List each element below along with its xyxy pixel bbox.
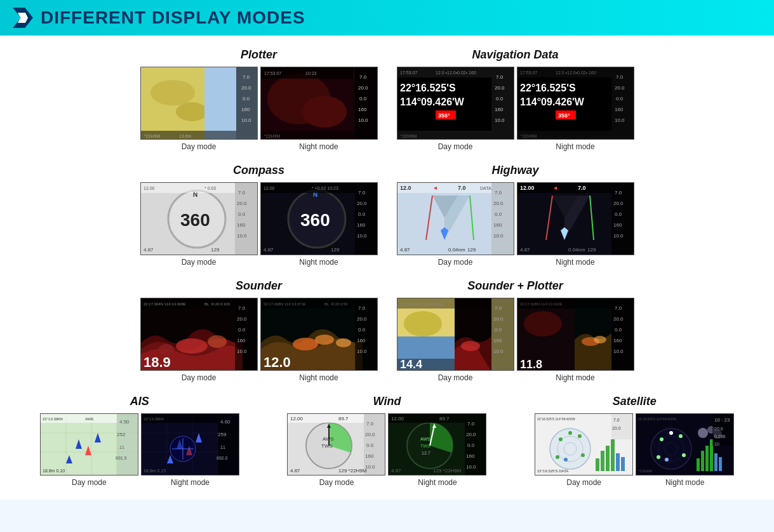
wind-night: 12.00 89.7 7.0 20.0 0.0 160 10.0 AWS TWS — [388, 413, 486, 487]
svg-text:20.0: 20.0 — [612, 426, 621, 430]
svg-point-293 — [682, 453, 686, 457]
svg-text:7.0: 7.0 — [496, 74, 504, 80]
ais-day-label: Day mode — [72, 478, 107, 487]
svg-text:7.0: 7.0 — [616, 74, 624, 80]
svg-text:129: 129 — [331, 247, 340, 253]
plotter-images: 7.0 20.0 0.0 160 10.0 *22H9M 13.6m Day m… — [140, 67, 378, 151]
svg-text:4.87: 4.87 — [400, 247, 410, 253]
row-sounder: Sounder — [19, 279, 755, 382]
svg-text:10 : 23: 10 : 23 — [714, 417, 730, 423]
wind-day-screen: AWS TWS 12.00 89.7 7.0 20.0 0.0 160 — [287, 413, 385, 475]
svg-point-161 — [404, 311, 442, 336]
svg-point-295 — [669, 431, 673, 435]
svg-text:*22H9M: *22H9M — [521, 134, 537, 138]
svg-text:10.0: 10.0 — [493, 349, 504, 354]
svg-text:10.0: 10.0 — [495, 117, 505, 123]
svg-text:BL: R:20  0:50: BL: R:20 0:50 — [324, 302, 348, 306]
svg-text:*22H9M: *22H9M — [401, 134, 417, 138]
svg-text:14.4: 14.4 — [400, 358, 422, 371]
ais-title: AIS — [130, 395, 149, 408]
navdata-day-label: Day mode — [438, 142, 473, 151]
svg-text:129: 129 — [467, 247, 476, 253]
plotter-night-screen: 17:53:07 10:23 7.0 20.0 0.0 160 10.0 *22… — [260, 67, 378, 140]
svg-point-134 — [208, 335, 227, 348]
svg-text:259: 259 — [218, 432, 227, 437]
svg-text:22°16.525'S  114°09.426'W: 22°16.525'S 114°09.426'W — [537, 417, 575, 421]
svg-text:7.0: 7.0 — [358, 305, 366, 311]
svg-point-133 — [176, 338, 208, 354]
svg-rect-67 — [141, 183, 235, 193]
svg-point-275 — [564, 458, 568, 462]
wind-day: AWS TWS 12.00 89.7 7.0 20.0 0.0 160 — [287, 413, 385, 487]
svg-text:20.0: 20.0 — [237, 316, 247, 322]
svg-text:129: 129 — [587, 247, 596, 253]
svg-rect-302 — [705, 446, 709, 471]
svg-text:12.00: 12.00 — [264, 186, 275, 190]
svg-text:10.0: 10.0 — [237, 349, 247, 354]
svg-text:0.0: 0.0 — [238, 327, 246, 333]
svg-text:12.00: 12.00 — [290, 416, 304, 422]
sounder-title: Sounder — [236, 279, 282, 293]
svg-text:7.0: 7.0 — [238, 190, 246, 196]
svg-text:0.0: 0.0 — [615, 327, 622, 333]
svg-text:4.87: 4.87 — [520, 247, 530, 253]
svg-text:129 *22H9M: 129 *22H9M — [338, 468, 367, 474]
svg-text:160: 160 — [241, 107, 250, 112]
svg-text:DATA: DATA — [480, 186, 491, 190]
satellite-day: 22°16.525'S 114°09.426'W — [535, 413, 633, 487]
compass-images: N 360 12.00 * 0.02 7.0 20.0 0.0 — [140, 182, 378, 267]
svg-text:0.0: 0.0 — [243, 96, 250, 102]
svg-text:4.50: 4.50 — [119, 419, 130, 425]
svg-text:7.0: 7.0 — [358, 190, 366, 196]
highway-group: Highway — [397, 164, 634, 267]
svg-text:22:17.028N  114:13.042E: 22:17.028N 114:13.042E — [520, 302, 563, 306]
svg-text:20.0: 20.0 — [357, 201, 367, 206]
svg-text:22°16.525'S: 22°16.525'S — [520, 83, 576, 93]
svg-text:10.0: 10.0 — [613, 233, 624, 239]
svg-text:0.0: 0.0 — [238, 211, 246, 217]
sounder-group: Sounder — [140, 279, 378, 382]
svg-text:10.0: 10.0 — [357, 233, 367, 239]
svg-rect-304 — [714, 453, 717, 471]
svg-text:20.0: 20.0 — [613, 201, 624, 206]
svg-rect-305 — [719, 457, 722, 471]
satellite-day-label: Day mode — [566, 478, 601, 487]
ais-night: 22°13.396N 4.60 259 11 892.0 18.8m 0.15 … — [141, 413, 239, 487]
sounder-day: 22:17.004N 114:13.008E BL: R:20 0:100 7.… — [140, 298, 258, 382]
row-plotter-navdata: Plotter 7.0 — [19, 48, 755, 151]
svg-text:10.0: 10.0 — [357, 349, 367, 354]
plotter-title: Plotter — [241, 48, 277, 62]
satellite-night: 22°16.525'S 114°09.426'W — [636, 413, 734, 487]
svg-point-273 — [556, 455, 559, 459]
svg-text:7.0: 7.0 — [458, 185, 466, 191]
svg-text:89.7: 89.7 — [338, 416, 349, 422]
svg-rect-300 — [697, 458, 700, 471]
satellite-pairs: 22°16.525'S 114°09.426'W — [535, 413, 734, 487]
svg-text:20.0: 20.0 — [237, 201, 247, 206]
sp-day: 22:17.028N 114:13.042E 7.0 20.0 0.0 160 … — [397, 298, 514, 382]
svg-text:160: 160 — [613, 338, 622, 343]
svg-text:7.0: 7.0 — [615, 305, 622, 311]
svg-point-292 — [679, 434, 683, 438]
svg-text:22°16.525'S  114°09.426'W: 22°16.525'S 114°09.426'W — [638, 417, 676, 421]
svg-text:18.8m  0.15: 18.8m 0.15 — [143, 469, 166, 473]
svg-text:20.0: 20.0 — [714, 427, 723, 431]
svg-text:160: 160 — [466, 453, 475, 459]
row-ais-wind-satellite: AIS — [19, 395, 755, 487]
highway-images: 12.0 ◄ 7.0 DATA 7.0 20.0 0.0 160 10.0 — [397, 182, 634, 267]
svg-text:114°09.426'W: 114°09.426'W — [520, 96, 585, 107]
navdata-night: 17:53:07 12.0 •12.0•0.02• 160 22°16.525'… — [517, 67, 634, 151]
svg-text:160: 160 — [358, 107, 367, 112]
svg-text:11: 11 — [220, 445, 225, 449]
svg-text:10.0: 10.0 — [237, 233, 247, 239]
svg-text:4.87: 4.87 — [143, 247, 154, 253]
svg-text:18.9: 18.9 — [143, 354, 171, 370]
svg-text:12.0  •12.0•0.02•  160: 12.0 •12.0•0.02• 160 — [436, 70, 476, 75]
plotter-night-label: Night mode — [299, 142, 338, 151]
svg-rect-301 — [701, 451, 704, 471]
satellite-night-screen: 22°16.525'S 114°09.426'W — [636, 413, 734, 475]
svg-rect-280 — [616, 453, 620, 471]
svg-point-274 — [568, 431, 572, 435]
ais-day: 22°13.396N AWE 4.50 252 11 891.9 18.8m 0… — [40, 413, 138, 487]
svg-point-296 — [665, 458, 669, 462]
